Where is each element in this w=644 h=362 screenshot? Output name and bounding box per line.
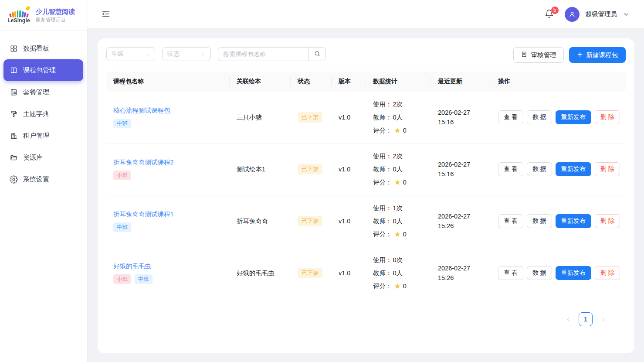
grade-tag: 中班 [135, 274, 153, 284]
book-name: 测试绘本1 [230, 143, 291, 195]
rating-stat: 评分：★0 [373, 176, 424, 189]
pagination-next-icon[interactable] [597, 313, 609, 325]
view-button[interactable]: 查 看 [498, 162, 523, 176]
delete-button[interactable]: 删 除 [595, 162, 620, 176]
column-header-version: 版本 [332, 72, 366, 92]
grade-tag: 小班 [113, 171, 131, 180]
app-title: 少儿智慧阅读 [36, 7, 75, 16]
data-button[interactable]: 数 据 [527, 214, 552, 228]
table-row: 核心流程测试课程包 中班 三只小猪 已下架 v1.0 使用：2次 教师：0人 评… [106, 92, 626, 143]
audit-icon [521, 51, 528, 59]
sidebar-item-label: 资源库 [23, 154, 43, 162]
package-list-icon [10, 88, 18, 96]
view-button[interactable]: 查 看 [498, 110, 523, 124]
grade-select[interactable]: 年级 [106, 47, 155, 61]
package-name-link[interactable]: 核心流程测试课程包 [113, 106, 170, 115]
rating-stat: 评分：★0 [373, 280, 424, 293]
republish-button[interactable]: 重新发布 [556, 162, 591, 176]
pagination-page-1[interactable]: 1 [579, 312, 593, 326]
search-input[interactable] [218, 47, 308, 61]
dashboard-icon [10, 44, 18, 53]
status-badge: 已下架 [298, 216, 322, 226]
star-icon: ★ [394, 283, 401, 290]
status-badge: 已下架 [298, 112, 322, 123]
sidebar-menu: 数据看板 课程包管理 套餐管理 主题字典 租户管理 [0, 31, 87, 190]
delete-button[interactable]: 删 除 [595, 214, 620, 228]
usage-stat: 使用：2次 [373, 98, 424, 111]
data-button[interactable]: 数 据 [527, 110, 552, 124]
view-button[interactable]: 查 看 [498, 266, 523, 280]
status-select[interactable]: 状态 [162, 47, 211, 61]
updated-at: 2026-02-27 15:16 [431, 92, 491, 143]
rating-stat: 评分：★0 [373, 228, 424, 241]
grade-tag: 中班 [113, 222, 131, 232]
chevron-down-icon [145, 51, 150, 57]
course-package-table: 课程包名称 关联绘本 状态 版本 数据统计 最近更新 操作 核心流程测试课程包 … [106, 72, 626, 299]
book-name: 三只小猪 [230, 92, 291, 143]
grade-tags: 小班中班 [113, 274, 223, 284]
filter-bar: 年级 状态 [106, 47, 626, 63]
usage-stat: 使用：0次 [373, 253, 424, 266]
menu-fold-icon[interactable] [101, 9, 112, 20]
teacher-stat: 教师：0人 [373, 215, 424, 228]
sidebar-item-dashboard[interactable]: 数据看板 [3, 38, 83, 59]
delete-button[interactable]: 删 除 [595, 110, 620, 124]
version-text: v1.0 [332, 143, 366, 195]
data-button[interactable]: 数 据 [527, 162, 552, 176]
grade-tags: 小班 [113, 171, 223, 180]
table-row: 折耳兔奇奇测试课程1 中班 折耳兔奇奇 已下架 v1.0 使用：1次 教师：0人… [106, 195, 626, 247]
sidebar-item-label: 数据看板 [23, 44, 49, 53]
grade-tag: 中班 [113, 119, 131, 128]
grade-tags: 中班 [113, 222, 223, 232]
table-header-row: 课程包名称 关联绘本 状态 版本 数据统计 最近更新 操作 [106, 72, 626, 92]
status-badge: 已下架 [298, 164, 322, 174]
grade-tag: 小班 [113, 274, 131, 284]
sidebar-item-theme-dictionary[interactable]: 主题字典 [3, 103, 83, 125]
view-button[interactable]: 查 看 [498, 214, 523, 228]
chevron-down-icon[interactable] [623, 11, 629, 17]
create-package-button[interactable]: 新建课程包 [569, 47, 626, 63]
sidebar-item-plans[interactable]: 套餐管理 [3, 81, 83, 103]
column-header-status: 状态 [291, 72, 332, 92]
search-icon [314, 50, 321, 58]
star-icon: ★ [394, 231, 401, 238]
sidebar-item-tenants[interactable]: 租户管理 [3, 125, 83, 147]
column-header-updated: 最近更新 [431, 72, 491, 92]
sidebar-item-label: 系统设置 [23, 175, 49, 184]
sidebar-item-label: 主题字典 [23, 110, 49, 118]
republish-button[interactable]: 重新发布 [556, 110, 591, 124]
package-name-link[interactable]: 折耳兔奇奇测试课程2 [113, 158, 174, 167]
folder-icon [10, 154, 18, 162]
topbar: 5 超级管理员 [87, 0, 644, 29]
sidebar-item-settings[interactable]: 系统设置 [3, 168, 83, 190]
republish-button[interactable]: 重新发布 [556, 214, 591, 228]
rating-stat: 评分：★0 [373, 124, 424, 137]
updated-at: 2026-02-27 15:26 [431, 247, 491, 299]
republish-button[interactable]: 重新发布 [556, 266, 591, 280]
avatar[interactable] [565, 7, 580, 22]
sidebar-item-course-packages[interactable]: 课程包管理 [3, 59, 83, 81]
sidebar-item-resources[interactable]: 资源库 [3, 147, 83, 168]
sidebar-item-label: 套餐管理 [23, 88, 49, 96]
package-name-link[interactable]: 折耳兔奇奇测试课程1 [113, 210, 174, 219]
usage-stat: 使用：1次 [373, 201, 424, 215]
column-header-actions: 操作 [491, 72, 626, 92]
search-button[interactable] [308, 47, 326, 61]
search-group [218, 47, 326, 61]
audit-manage-button[interactable]: 审核管理 [513, 47, 564, 63]
lesingle-logo-icon [10, 7, 28, 17]
column-header-stats: 数据统计 [366, 72, 431, 92]
notification-bell-icon[interactable]: 5 [545, 9, 555, 20]
main-content: 年级 状态 [87, 29, 644, 362]
package-name-link[interactable]: 好饿的毛毛虫 [113, 262, 151, 270]
sidebar-item-label: 课程包管理 [23, 66, 56, 75]
user-name[interactable]: 超级管理员 [586, 10, 617, 18]
book-name: 折耳兔奇奇 [230, 195, 291, 247]
table-row: 折耳兔奇奇测试课程2 小班 测试绘本1 已下架 v1.0 使用：2次 教师：0人… [106, 143, 626, 195]
brand-logo: LeSingle [6, 7, 31, 24]
column-header-book: 关联绘本 [230, 72, 291, 92]
column-header-name: 课程包名称 [106, 72, 230, 92]
pagination-prev-icon[interactable] [562, 313, 574, 325]
delete-button[interactable]: 删 除 [595, 266, 620, 280]
data-button[interactable]: 数 据 [527, 266, 552, 280]
